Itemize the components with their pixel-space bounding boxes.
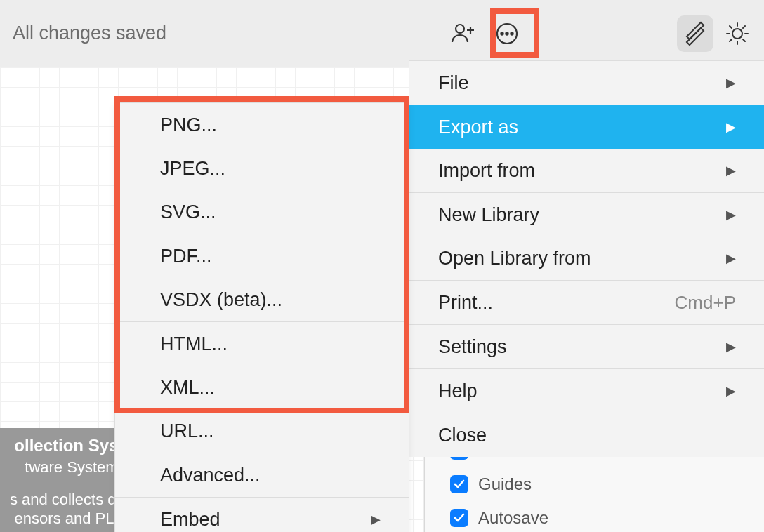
svg-point-5 <box>732 29 742 39</box>
chevron-right-icon: ▶ <box>726 339 736 354</box>
menu-label: Settings <box>438 336 718 358</box>
brightness-icon <box>725 21 750 46</box>
menu-label: URL... <box>160 420 381 442</box>
menu-label: JPEG... <box>160 158 381 180</box>
check-guides[interactable]: Guides <box>450 467 615 501</box>
toolbar: All changes saved <box>0 0 764 67</box>
menu-import-from[interactable]: Import from ▶ <box>409 149 764 192</box>
export-png[interactable]: PNG... <box>115 103 409 147</box>
tools-button[interactable] <box>677 15 713 52</box>
add-user-icon <box>449 20 477 48</box>
export-vsdx[interactable]: VSDX (beta)... <box>115 278 409 321</box>
menu-label: Print... <box>438 292 675 314</box>
menu-settings[interactable]: Settings ▶ <box>409 325 764 368</box>
chevron-right-icon: ▶ <box>726 383 736 399</box>
svg-point-2 <box>501 32 503 34</box>
menu-label: New Library <box>438 204 718 226</box>
export-xml[interactable]: XML... <box>115 366 409 409</box>
chevron-right-icon: ▶ <box>726 119 736 135</box>
chevron-right-icon: ▶ <box>726 207 736 222</box>
menu-new-library[interactable]: New Library ▶ <box>409 193 764 237</box>
chevron-right-icon: ▶ <box>726 251 736 266</box>
menu-help[interactable]: Help ▶ <box>409 369 764 413</box>
menu-label: Advanced... <box>160 465 381 486</box>
menu-label: SVG... <box>160 201 381 223</box>
export-submenu: PNG... JPEG... SVG... PDF... VSDX (beta)… <box>114 102 409 532</box>
checkbox-icon <box>450 475 468 493</box>
menu-label: PNG... <box>160 114 381 136</box>
status-text: All changes saved <box>13 22 166 44</box>
menu-print[interactable]: Print... Cmd+P <box>409 281 764 324</box>
chevron-right-icon: ▶ <box>726 163 736 178</box>
chevron-right-icon: ▶ <box>726 75 736 91</box>
menu-open-library-from[interactable]: Open Library from ▶ <box>409 237 764 280</box>
more-icon <box>493 20 521 48</box>
svg-point-3 <box>506 32 508 34</box>
menu-label: Embed <box>160 509 371 531</box>
menu-label: Open Library from <box>438 248 718 270</box>
svg-point-4 <box>511 32 513 34</box>
menu-label: Export as <box>438 117 718 138</box>
menu-label: Close <box>438 425 736 446</box>
svg-point-0 <box>456 25 464 33</box>
menu-label: File <box>438 72 718 94</box>
menu-shortcut: Cmd+P <box>675 292 736 314</box>
menu-file[interactable]: File ▶ <box>409 61 764 105</box>
menu-label: Help <box>438 380 718 402</box>
check-label: Guides <box>478 474 532 494</box>
menu-label: HTML... <box>160 333 381 355</box>
export-html[interactable]: HTML... <box>115 322 409 366</box>
export-jpeg[interactable]: JPEG... <box>115 147 409 190</box>
tools-icon <box>683 21 708 46</box>
export-url[interactable]: URL... <box>115 409 409 453</box>
chevron-right-icon: ▶ <box>371 512 381 527</box>
main-menu: File ▶ Export as ▶ Import from ▶ New Lib… <box>409 60 764 457</box>
check-autosave[interactable]: Autosave <box>450 501 615 532</box>
menu-label: Import from <box>438 160 718 182</box>
toolbar-right <box>445 0 756 67</box>
export-advanced[interactable]: Advanced... <box>115 453 409 497</box>
check-label: Autosave <box>478 508 548 528</box>
menu-label: VSDX (beta)... <box>160 289 381 311</box>
menu-close[interactable]: Close <box>409 413 764 457</box>
more-button[interactable] <box>489 15 525 52</box>
export-embed[interactable]: Embed ▶ <box>115 498 409 532</box>
export-pdf[interactable]: PDF... <box>115 234 409 278</box>
add-user-button[interactable] <box>445 15 482 52</box>
brightness-button[interactable] <box>719 15 756 52</box>
menu-export-as[interactable]: Export as ▶ <box>409 105 764 149</box>
export-svg[interactable]: SVG... <box>115 190 409 234</box>
menu-label: XML... <box>160 377 381 399</box>
checkbox-icon <box>450 509 468 527</box>
menu-label: PDF... <box>160 246 381 267</box>
